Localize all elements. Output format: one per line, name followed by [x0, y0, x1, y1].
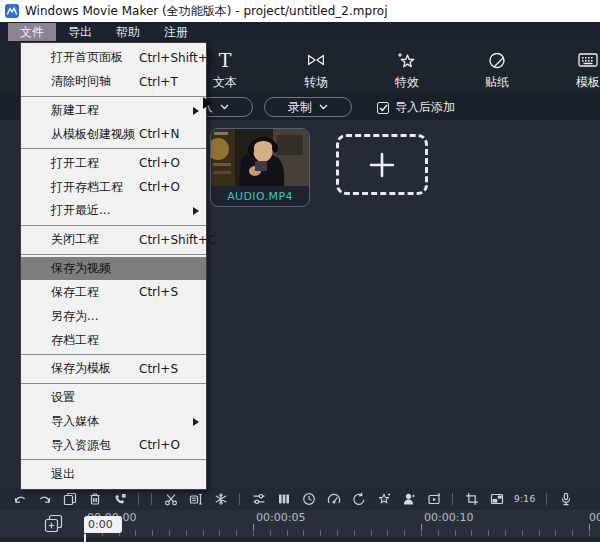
submenu-arrow-icon [193, 207, 199, 215]
subtitle-tool-icon[interactable] [188, 491, 203, 506]
menu-item-open-project[interactable]: 打开工程 Ctrl+O [21, 151, 206, 175]
menu-bar: 文件 导出 帮助 注册 [0, 22, 600, 42]
menu-help[interactable]: 帮助 [104, 23, 152, 41]
edit-toolbar: 9:16 [0, 487, 600, 510]
template-icon [561, 49, 600, 71]
duration-clock-icon[interactable] [301, 491, 316, 506]
submenu-arrow-icon [193, 107, 199, 115]
divider [138, 493, 139, 505]
star-effects-icon[interactable] [376, 491, 391, 506]
menu-separator [21, 383, 206, 384]
chevron-down-icon [220, 104, 229, 110]
chevron-down-icon [319, 104, 328, 110]
menu-separator [21, 354, 206, 355]
menu-separator [21, 254, 206, 255]
menu-item-archive-project[interactable]: 存档工程 [21, 328, 206, 352]
menu-item-open-home-panel[interactable]: 打开首页面板 Ctrl+Shift+S [21, 46, 206, 70]
tab-stickers[interactable]: 贴纸 [470, 49, 524, 91]
tab-effects[interactable]: 特效 [380, 49, 434, 91]
title-bar: Windows Movie Maker (全功能版本) - project/un… [0, 0, 600, 22]
menu-item-exit[interactable]: 退出 [21, 462, 206, 486]
transition-icon [289, 49, 343, 71]
divider [452, 493, 453, 505]
video-export-icon[interactable] [426, 491, 441, 506]
submenu-arrow-icon [193, 418, 199, 426]
menu-separator [21, 459, 206, 460]
add-media-dropzone[interactable] [336, 134, 428, 195]
menu-item-create-from-template[interactable]: 从模板创建视频 Ctrl+N [21, 122, 206, 146]
menu-item-open-recent[interactable]: 打开最近... [21, 199, 206, 223]
file-menu-dropdown: 打开首页面板 Ctrl+Shift+S 清除时间轴 Ctrl+T 新建工程 从模… [20, 42, 207, 490]
menu-item-clear-timeline[interactable]: 清除时间轴 Ctrl+T [21, 70, 206, 94]
ruler-label-5: 00:00:05 [256, 511, 305, 524]
video-thumbnail [211, 129, 309, 186]
adjust-sliders-icon[interactable] [251, 491, 266, 506]
menu-item-import-resource-pack[interactable]: 导入资源包 Ctrl+O [21, 433, 206, 457]
freeze-frame-icon[interactable] [213, 491, 228, 506]
sticker-icon [470, 49, 524, 71]
clip-name-label: AUDIO.MP4 [211, 186, 309, 206]
voice-clip-icon[interactable] [112, 491, 127, 506]
playhead-time-badge[interactable]: 0:00 [84, 516, 122, 533]
menu-item-save-as[interactable]: 另存为... [21, 304, 206, 328]
menu-item-close-project[interactable]: 关闭工程 Ctrl+Shift+C [21, 228, 206, 252]
portrait-person-icon[interactable] [401, 491, 416, 506]
window-title: Windows Movie Maker (全功能版本) - project/un… [25, 3, 387, 20]
menu-item-open-archived-project[interactable]: 打开存档工程 Ctrl+O [21, 175, 206, 199]
playhead[interactable] [84, 534, 86, 542]
menu-item-save-as-video[interactable]: 保存为视频 [21, 257, 206, 281]
record-button[interactable]: 录制 [264, 97, 352, 117]
track-area-edge [0, 537, 600, 542]
copy-icon[interactable] [62, 491, 77, 506]
menu-item-settings[interactable]: 设置 [21, 386, 206, 410]
undo-icon[interactable] [12, 491, 27, 506]
ruler-minor-ticks [85, 530, 600, 536]
auto-add-label: 导入后添加 [395, 99, 455, 116]
menu-item-new-project[interactable]: 新建工程 [21, 99, 206, 123]
menu-register[interactable]: 注册 [152, 23, 200, 41]
aspect-ratio-button[interactable]: 9:16 [514, 494, 535, 504]
menu-export[interactable]: 导出 [56, 23, 104, 41]
menu-separator [21, 225, 206, 226]
ruler-label-10: 00:00:10 [424, 511, 473, 524]
tab-transition[interactable]: 转场 [289, 49, 343, 91]
menu-item-import-media[interactable]: 导入媒体 [21, 410, 206, 434]
effects-icon [380, 49, 434, 71]
plus-icon [368, 151, 396, 179]
checkbox-checked-icon[interactable] [377, 102, 389, 114]
divider [151, 493, 152, 505]
redo-icon[interactable] [37, 491, 52, 506]
menu-separator [21, 148, 206, 149]
auto-add-checkbox-group[interactable]: 导入后添加 [377, 99, 455, 116]
menu-file[interactable]: 文件 [8, 23, 56, 41]
picture-in-picture-icon[interactable] [489, 491, 504, 506]
media-clip-card[interactable]: AUDIO.MP4 [210, 128, 310, 207]
ruler-label-15-clipped: 00: [589, 511, 600, 524]
microphone-icon[interactable] [558, 491, 573, 506]
divider [546, 493, 547, 505]
split-scissors-icon[interactable] [163, 491, 178, 506]
divider [239, 493, 240, 505]
crop-icon[interactable] [464, 491, 479, 506]
mouse-pointer-arrow [203, 97, 212, 109]
add-track-icon[interactable] [44, 514, 63, 533]
columns-view-icon[interactable] [276, 491, 291, 506]
menu-item-save-as-template[interactable]: 保存为模板 Ctrl+S [21, 357, 206, 381]
menu-separator [21, 96, 206, 97]
menu-item-save-project[interactable]: 保存工程 Ctrl+S [21, 280, 206, 304]
timeline[interactable]: 00:00:00 00:00:05 00:00:10 00: 0:00 [0, 510, 600, 542]
rotate-icon[interactable] [351, 491, 366, 506]
speed-gauge-icon[interactable] [326, 491, 341, 506]
delete-icon[interactable] [87, 491, 102, 506]
tab-templates[interactable]: 模板 [561, 49, 600, 91]
app-logo-icon [5, 4, 19, 18]
